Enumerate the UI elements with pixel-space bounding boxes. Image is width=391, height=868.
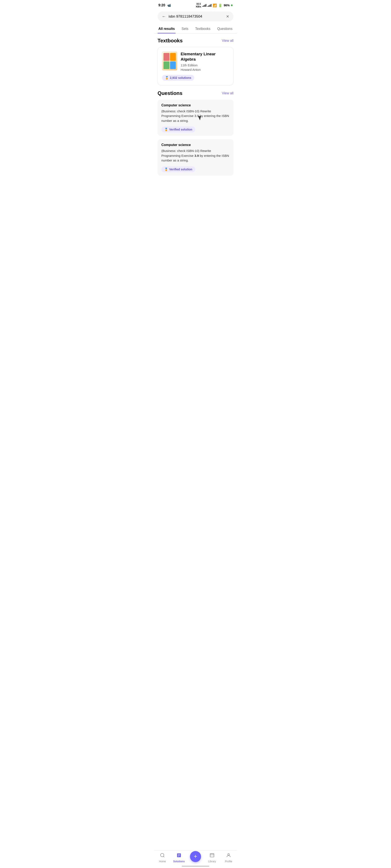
search-bar-container: ← ✕ (154, 10, 237, 25)
network-speed: 16.5 KB/s (196, 3, 201, 8)
signal-bars-2 (208, 4, 211, 7)
verified-badge-1: 🏅 Verified solution (161, 126, 195, 132)
cover-cell-1 (163, 53, 170, 61)
status-right: 16.5 KB/s 📶 🔋 96% (196, 3, 233, 8)
question-subject-2: Computer science (161, 143, 230, 147)
cover-cell-4 (170, 61, 176, 69)
textbook-cover-img (162, 52, 177, 70)
textbook-title: Elementary Linear Algebra (181, 52, 229, 62)
question-text2-bold: 3.9 (194, 154, 199, 157)
question-text-2: (Business: check ISBN-10) Rewrite Progra… (161, 149, 230, 163)
verified-badge-2: 🏅 Verified solution (161, 166, 195, 172)
cover-cell-2 (170, 53, 176, 61)
textbook-card[interactable]: Elementary Linear Algebra 11th Edition H… (157, 47, 234, 85)
tab-textbooks[interactable]: Textbooks (194, 25, 211, 33)
main-content: Textbooks View all Elementary Linear Alg… (154, 33, 237, 200)
tab-all-results[interactable]: All results (157, 25, 176, 33)
textbook-edition: 11th Edition (181, 63, 229, 67)
question-subject-1: Computer science (161, 103, 230, 107)
search-bar: ← ✕ (157, 11, 234, 22)
questions-section: Questions View all Computer science (Bus… (157, 90, 234, 176)
camera-icon: 📹 (167, 4, 171, 7)
questions-section-header: Questions View all (157, 90, 234, 96)
wifi-icon: 📶 (213, 3, 217, 7)
verified-label-2: Verified solution (169, 167, 192, 171)
textbook-details: Elementary Linear Algebra 11th Edition H… (181, 52, 229, 71)
tab-sets[interactable]: Sets (181, 25, 189, 33)
signal-bars-1 (203, 4, 206, 7)
solutions-count: 2,932 solutions (170, 76, 191, 80)
textbooks-view-all[interactable]: View all (222, 39, 234, 42)
textbooks-section-header: Textbooks View all (157, 38, 234, 44)
question-card-1[interactable]: Computer science (Business: check ISBN-1… (157, 100, 234, 136)
textbook-cover (162, 52, 177, 70)
back-button[interactable]: ← (162, 14, 166, 19)
verified-icon-2: 🏅 (164, 167, 168, 171)
filter-tabs: All results Sets Textbooks Questions (154, 25, 237, 33)
time-display: 9:20 📹 (158, 3, 171, 7)
search-input[interactable] (169, 14, 223, 19)
question-text-1: (Business: check ISBN-10) Rewrite Progra… (161, 109, 230, 123)
tab-questions[interactable]: Questions (216, 25, 233, 33)
question-card-2[interactable]: Computer science (Business: check ISBN-1… (157, 139, 234, 176)
clear-button[interactable]: ✕ (226, 14, 229, 19)
battery-icon: 🔋 (218, 3, 222, 7)
battery-dot (231, 4, 233, 6)
verified-icon-1: 🏅 (164, 128, 168, 131)
badge-icon: 🏅 (165, 76, 169, 80)
verified-label-1: Verified solution (169, 128, 192, 131)
cover-cell-3 (163, 61, 170, 69)
battery-percent: 96% (224, 4, 230, 7)
solutions-badge: 🏅 2,932 solutions (162, 75, 194, 81)
textbook-author: Howard Anton (181, 68, 229, 71)
textbooks-title: Textbooks (157, 38, 183, 44)
textbook-info: Elementary Linear Algebra 11th Edition H… (162, 52, 229, 71)
questions-title: Questions (157, 90, 182, 96)
questions-view-all[interactable]: View all (222, 91, 234, 95)
status-bar: 9:20 📹 16.5 KB/s 📶 🔋 96% (154, 0, 237, 10)
